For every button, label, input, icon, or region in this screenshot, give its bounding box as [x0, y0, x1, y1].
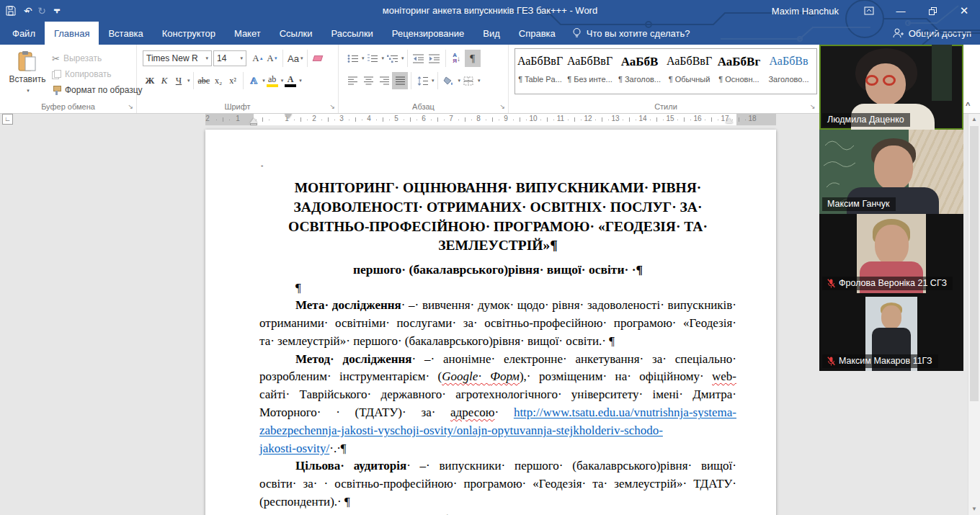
italic-button[interactable]: К — [157, 73, 172, 89]
grow-font-button[interactable]: А▲ — [251, 50, 265, 66]
document-page[interactable]: - МОНІТОРИНГ· ОЦІНЮВАННЯ· ВИПУСКНИКАМИ· … — [205, 130, 776, 515]
tab-7[interactable]: Рецензирование — [383, 22, 473, 45]
superscript-button[interactable]: x² — [226, 73, 240, 89]
shrink-font-button[interactable]: А▼ — [265, 50, 280, 66]
align-right-button[interactable] — [376, 72, 392, 89]
tab-4[interactable]: Макет — [225, 22, 270, 45]
line-spacing-button[interactable] — [414, 72, 430, 89]
customize-quick-access-icon[interactable]: ▬▾ — [54, 8, 60, 14]
horizontal-ruler[interactable]: 21123456789101112131415161718 — [205, 114, 776, 125]
participant-label: Людмила Даценко — [822, 113, 910, 127]
paragraph-group: ▾ ▾ ▾ АЯ↓ ¶ ▾ ▾ ▾ Абзац — [339, 45, 509, 113]
heading-line: ЗАДОВОЛЕНОСТІ· ОТРИМАНИХ· ОСВІТНІХ· ПОСЛ… — [259, 198, 736, 218]
justify-button[interactable] — [392, 72, 408, 89]
copy-button[interactable]: Копировать — [52, 66, 143, 82]
font-dialog-launcher-icon[interactable]: ↘ — [329, 104, 335, 110]
share-button[interactable]: Общий доступ — [892, 22, 971, 45]
format-painter-button[interactable]: Формат по образцу — [52, 82, 143, 98]
font-name-select[interactable]: Times New R▾ — [143, 50, 212, 66]
video-tile-3[interactable]: Максим Макаров 11ГЗ — [819, 293, 963, 371]
text-effects-button[interactable]: А — [246, 73, 261, 89]
tab-2[interactable]: Вставка — [99, 22, 152, 45]
style-item-0[interactable]: АаБбВвГ¶ Table Pa... — [515, 49, 565, 94]
style-item-4[interactable]: АаБбВг¶ Основн... — [714, 49, 764, 94]
subscript-button[interactable]: x₂ — [211, 73, 226, 89]
styles-dialog-launcher-icon[interactable]: ↘ — [810, 104, 816, 110]
align-center-button[interactable] — [360, 72, 376, 89]
hyperlink[interactable]: http://www.tsatu.edu.ua/vnutrishnja-syst… — [514, 406, 736, 419]
redo-icon[interactable]: ↻ — [37, 6, 46, 16]
hyperlink[interactable]: zabezpechennja-jakosti-vyschoji-osvity/o… — [259, 424, 663, 437]
ruler-tick — [718, 120, 718, 120]
paste-button[interactable]: Вставить▾ — [7, 49, 48, 102]
tab-stop-selector[interactable]: ∟ — [2, 114, 13, 125]
ruler-tick — [540, 120, 541, 120]
tab-0[interactable]: Файл — [3, 22, 45, 45]
close-button[interactable]: ✕ — [948, 0, 980, 22]
decrease-indent-button[interactable] — [411, 50, 427, 67]
hanging-indent-marker[interactable] — [250, 118, 257, 123]
font-size-select[interactable]: 14▾ — [213, 50, 246, 66]
right-indent-marker[interactable] — [726, 118, 733, 123]
bold-button[interactable]: Ж — [143, 73, 157, 89]
hyperlink[interactable]: jakosti-osvity/ — [259, 442, 329, 455]
text-segment: ·.·¶ — [329, 442, 346, 455]
style-item-3[interactable]: АаБбВвГ¶ Обычный — [664, 49, 714, 94]
scroll-up-icon[interactable]: ▲ — [968, 114, 980, 125]
bullet-list-button[interactable] — [344, 50, 360, 67]
text-segment: розробленим· інструментарієм· ( — [259, 370, 442, 383]
style-item-1[interactable]: АаБбВвГ¶ Без инте... — [565, 49, 615, 94]
increase-indent-button[interactable] — [427, 50, 442, 67]
first-line-indent-marker[interactable] — [285, 114, 292, 119]
scrollbar-thumb[interactable] — [970, 126, 979, 401]
multilevel-list-button[interactable] — [384, 50, 400, 67]
save-icon[interactable] — [6, 6, 16, 16]
highlight-button[interactable]: ab — [265, 73, 280, 89]
vertical-scrollbar[interactable]: ▲ ▼ — [968, 114, 980, 515]
numbered-list-button[interactable] — [365, 50, 380, 67]
video-tile-1[interactable]: Максим Ганчук — [819, 130, 963, 214]
sort-button[interactable]: АЯ↓ — [449, 50, 465, 67]
show-formatting-marks-button[interactable]: ¶ — [465, 50, 481, 67]
tell-me-box[interactable]: Что вы хотите сделать? — [565, 22, 698, 45]
style-item-5[interactable]: АаБбВвЗаголово... — [764, 49, 814, 94]
text-line: освіти· за· · освітньо-професійною· прог… — [259, 475, 736, 493]
video-tile-2[interactable]: Фролова Вероніка 21 СГЗ — [819, 214, 963, 293]
ruler-tick — [389, 120, 390, 120]
collapse-ribbon-icon[interactable]: ^ — [966, 101, 970, 109]
tab-6[interactable]: Рассылки — [321, 22, 382, 45]
cut-button[interactable]: ✂Вырезать — [52, 50, 143, 66]
clipboard-dialog-launcher-icon[interactable]: ↘ — [128, 104, 133, 110]
bullet-list-icon — [347, 54, 358, 63]
tab-1[interactable]: Главная — [45, 22, 99, 45]
shading-button[interactable] — [441, 72, 457, 89]
restore-button[interactable] — [917, 0, 948, 22]
style-item-2[interactable]: АаБбВ¶ Заголов... — [615, 49, 664, 94]
ruler-number: 9 — [504, 115, 508, 122]
tab-5[interactable]: Ссылки — [270, 22, 322, 45]
undo-icon[interactable]: ↶▾ — [24, 6, 30, 16]
clear-formatting-button[interactable] — [311, 50, 325, 66]
underline-button[interactable]: Ч — [172, 73, 186, 89]
video-tile-0[interactable]: Людмила Даценко — [819, 45, 963, 130]
font-group: Times New R▾ 14▾ А▲ А▼ Aa▾ Ж К Ч▾ abc x₂… — [137, 45, 339, 113]
scroll-down-icon[interactable]: ▼ — [968, 503, 980, 515]
strikethrough-button[interactable]: abc — [197, 73, 212, 89]
align-left-button[interactable] — [344, 72, 360, 89]
font-color-button[interactable]: А — [283, 73, 298, 89]
paragraph-dialog-launcher-icon[interactable]: ↘ — [499, 104, 505, 110]
text-line: та· землеустрій»· першого· (бакалаврсько… — [259, 333, 736, 351]
ruler-tick — [376, 120, 377, 120]
borders-button[interactable] — [460, 72, 476, 89]
tab-9[interactable]: Справка — [509, 22, 565, 45]
ribbon-display-options-icon[interactable] — [853, 0, 885, 22]
title-bar: ↶▾ ↻ ▬▾ моніторинг анкета випускників ГЕ… — [0, 0, 980, 22]
left-indent-marker[interactable] — [250, 123, 257, 125]
tab-8[interactable]: Вид — [473, 22, 509, 45]
account-name[interactable]: Maxim Hanchuk — [772, 6, 839, 17]
ruler-number: 18 — [748, 115, 756, 122]
change-case-button[interactable]: Aa▾ — [286, 50, 304, 66]
group-label: Абзац — [339, 102, 508, 111]
minimize-button[interactable]: — — [885, 0, 917, 22]
tab-3[interactable]: Конструктор — [153, 22, 225, 45]
